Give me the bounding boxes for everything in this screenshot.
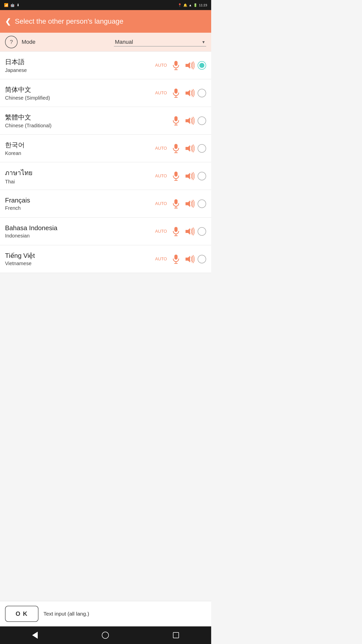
notification-icon: 🔔 xyxy=(183,3,187,7)
language-row[interactable]: 繁體中文Chinese (Traditional) xyxy=(0,107,211,135)
download-icon: ⬇ xyxy=(17,3,20,7)
radio-button[interactable] xyxy=(198,172,206,180)
volume-icon[interactable] xyxy=(184,115,195,126)
page-title: Select the other person's language xyxy=(15,17,123,25)
language-list: 日本語JapaneseAUTO 简体中文Chinese (Simplified)… xyxy=(0,52,211,273)
help-button[interactable]: ? xyxy=(5,36,18,48)
language-controls: AUTO xyxy=(155,226,206,237)
volume-icon[interactable] xyxy=(184,198,195,209)
mic-icon[interactable] xyxy=(170,88,182,99)
svg-marker-15 xyxy=(186,145,190,152)
volume-icon[interactable] xyxy=(184,88,195,99)
language-english-name: French xyxy=(5,205,155,211)
svg-marker-27 xyxy=(186,228,190,235)
language-text: Tiếng ViệtVietnamese xyxy=(5,252,155,266)
svg-rect-0 xyxy=(174,61,178,66)
svg-marker-31 xyxy=(186,256,190,262)
svg-rect-24 xyxy=(174,227,178,232)
language-text: ภาษาไทยThai xyxy=(5,168,155,185)
time-display: 11:23 xyxy=(199,3,207,7)
auto-label: AUTO xyxy=(155,146,167,151)
language-controls: AUTO xyxy=(155,143,206,154)
question-mark-icon: ? xyxy=(10,39,13,45)
language-controls: AUTO xyxy=(155,88,206,99)
language-controls: AUTO xyxy=(155,198,206,209)
language-controls: AUTO xyxy=(155,60,206,71)
language-native-name: 日本語 xyxy=(5,58,155,66)
language-row[interactable]: Tiếng ViệtVietnameseAUTO xyxy=(0,245,211,273)
radio-button[interactable] xyxy=(198,227,206,236)
svg-marker-3 xyxy=(186,62,190,69)
language-controls: AUTO xyxy=(155,254,206,265)
volume-icon[interactable] xyxy=(184,254,195,265)
language-english-name: Chinese (Simplified) xyxy=(5,95,155,101)
radio-button[interactable] xyxy=(198,116,206,125)
mode-dropdown[interactable]: Manual Auto xyxy=(114,38,206,47)
radio-button[interactable] xyxy=(198,199,206,208)
language-row[interactable]: 한국어KoreanAUTO xyxy=(0,135,211,162)
language-text: 繁體中文Chinese (Traditional) xyxy=(5,113,170,129)
wifi-icon: ▲ xyxy=(189,3,192,7)
radio-button[interactable] xyxy=(198,89,206,97)
svg-marker-7 xyxy=(186,90,190,96)
svg-rect-16 xyxy=(174,171,178,176)
volume-icon[interactable] xyxy=(184,60,195,71)
radio-button[interactable] xyxy=(198,61,206,70)
language-text: 한국어Korean xyxy=(5,141,155,156)
language-english-name: Vietnamese xyxy=(5,261,155,266)
language-native-name: Bahasa Indonesia xyxy=(5,224,155,232)
mic-icon[interactable] xyxy=(170,226,182,237)
battery-icon: 🔋 xyxy=(193,3,197,7)
mic-icon[interactable] xyxy=(170,171,182,182)
mic-icon[interactable] xyxy=(170,115,182,126)
language-row[interactable]: 日本語JapaneseAUTO xyxy=(0,52,211,79)
svg-rect-8 xyxy=(174,116,178,121)
mic-icon[interactable] xyxy=(170,143,182,154)
language-native-name: Tiếng Việt xyxy=(5,252,155,260)
language-native-name: 繁體中文 xyxy=(5,113,170,122)
language-native-name: 简体中文 xyxy=(5,85,155,94)
signal-icon: 📶 xyxy=(4,3,8,7)
svg-rect-28 xyxy=(174,254,178,259)
language-native-name: Français xyxy=(5,196,155,204)
svg-marker-11 xyxy=(186,117,190,124)
language-text: 简体中文Chinese (Simplified) xyxy=(5,85,155,101)
auto-label: AUTO xyxy=(155,63,167,68)
location-icon: 📍 xyxy=(178,3,182,7)
status-bar-left: 📶 🤖 ⬇ xyxy=(4,3,20,7)
mode-selector[interactable]: Manual Auto ▾ xyxy=(114,38,206,47)
language-controls: AUTO xyxy=(155,171,206,182)
volume-icon[interactable] xyxy=(184,226,195,237)
language-row[interactable]: 简体中文Chinese (Simplified)AUTO xyxy=(0,79,211,107)
auto-label: AUTO xyxy=(155,201,167,206)
radio-button[interactable] xyxy=(198,255,206,263)
status-bar: 📶 🤖 ⬇ 📍 🔔 ▲ 🔋 11:23 xyxy=(0,0,211,10)
language-english-name: Chinese (Traditional) xyxy=(5,123,170,129)
language-row[interactable]: Bahasa IndonesiaIndonesianAUTO xyxy=(0,218,211,245)
language-text: Bahasa IndonesiaIndonesian xyxy=(5,224,155,239)
radio-button[interactable] xyxy=(198,144,206,153)
mode-label: Mode xyxy=(22,39,114,45)
status-bar-right: 📍 🔔 ▲ 🔋 11:23 xyxy=(178,3,207,7)
language-native-name: 한국어 xyxy=(5,141,155,149)
mic-icon[interactable] xyxy=(170,60,182,71)
language-english-name: Indonesian xyxy=(5,233,155,239)
language-english-name: Thai xyxy=(5,179,155,185)
auto-label: AUTO xyxy=(155,91,167,96)
auto-label: AUTO xyxy=(155,257,167,262)
mic-icon[interactable] xyxy=(170,198,182,209)
mic-icon[interactable] xyxy=(170,254,182,265)
language-english-name: Japanese xyxy=(5,67,155,73)
svg-marker-19 xyxy=(186,173,190,179)
back-button[interactable]: ❮ xyxy=(5,17,11,26)
language-text: FrançaisFrench xyxy=(5,196,155,211)
auto-label: AUTO xyxy=(155,174,167,179)
volume-icon[interactable] xyxy=(184,143,195,154)
auto-label: AUTO xyxy=(155,229,167,234)
language-english-name: Korean xyxy=(5,150,155,156)
svg-rect-20 xyxy=(174,199,178,204)
volume-icon[interactable] xyxy=(184,171,195,182)
language-row[interactable]: ภาษาไทยThaiAUTO xyxy=(0,162,211,190)
language-row[interactable]: FrançaisFrenchAUTO xyxy=(0,190,211,218)
language-native-name: ภาษาไทย xyxy=(5,168,155,178)
